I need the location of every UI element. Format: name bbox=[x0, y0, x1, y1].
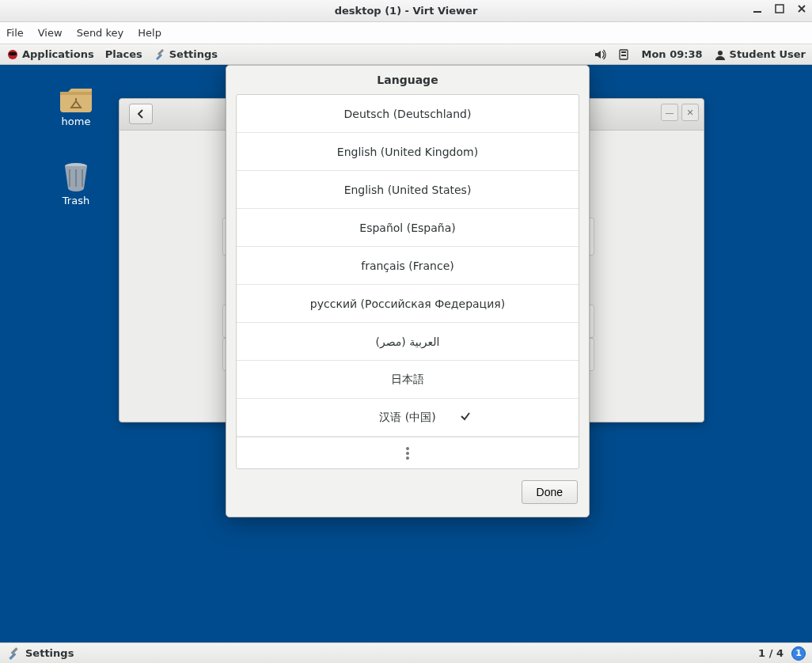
virt-viewer-title: desktop (1) - Virt Viewer bbox=[335, 5, 478, 17]
dialog-title: Language bbox=[226, 66, 589, 94]
applications-label: Applications bbox=[22, 48, 94, 60]
language-option-arabic[interactable]: العربية (مصر) bbox=[237, 323, 579, 361]
redhat-icon bbox=[6, 48, 19, 61]
desktop-icon-trash[interactable]: Trash bbox=[44, 160, 108, 206]
gnome-top-panel: Applications Places Settings Mon 09:38 S… bbox=[0, 44, 812, 65]
bg-window-close[interactable]: ✕ bbox=[681, 104, 699, 121]
language-option-english-us[interactable]: English (United States) bbox=[237, 171, 579, 209]
desktop-icon-home[interactable]: home bbox=[44, 81, 108, 127]
menu-view[interactable]: View bbox=[38, 27, 63, 39]
language-dialog: Language Deutsch (Deutschland) English (… bbox=[226, 65, 590, 517]
virt-viewer-titlebar: desktop (1) - Virt Viewer bbox=[0, 0, 812, 22]
desktop-icon-home-label: home bbox=[44, 116, 108, 127]
battery-indicator[interactable] bbox=[617, 48, 630, 61]
clock[interactable]: Mon 09:38 bbox=[641, 48, 702, 60]
language-option-deutsch[interactable]: Deutsch (Deutschland) bbox=[237, 95, 579, 133]
applications-menu[interactable]: Applications bbox=[6, 48, 94, 61]
virt-viewer-menubar: File View Send key Help bbox=[0, 22, 812, 44]
svg-rect-5 bbox=[621, 51, 626, 53]
user-label: Student User bbox=[730, 48, 806, 60]
tools-icon bbox=[154, 48, 166, 61]
user-menu[interactable]: Student User bbox=[714, 48, 806, 61]
taskbar-item-label: Settings bbox=[25, 647, 74, 659]
svg-rect-1 bbox=[776, 5, 784, 13]
check-icon bbox=[460, 411, 471, 424]
language-option-english-uk[interactable]: English (United Kingdom) bbox=[237, 133, 579, 171]
taskbar-item-settings[interactable]: Settings bbox=[6, 646, 74, 661]
language-option-japanese[interactable]: 日本語 bbox=[237, 361, 579, 399]
language-option-chinese[interactable]: 汉语 (中国) bbox=[237, 399, 579, 437]
done-button[interactable]: Done bbox=[522, 480, 578, 504]
back-button[interactable] bbox=[129, 104, 153, 124]
gnome-bottom-panel: Settings 1 / 4 1 bbox=[0, 642, 812, 663]
menu-sendkey[interactable]: Send key bbox=[77, 27, 124, 39]
trash-icon bbox=[57, 160, 95, 191]
window-close-button[interactable] bbox=[796, 3, 807, 14]
power-icon bbox=[714, 48, 727, 61]
workspace-indicator[interactable]: 1 bbox=[791, 646, 806, 661]
server-icon bbox=[617, 48, 630, 61]
clock-label: Mon 09:38 bbox=[641, 48, 702, 60]
language-option-francais[interactable]: français (France) bbox=[237, 247, 579, 285]
ellipsis-icon bbox=[406, 452, 409, 455]
tools-icon bbox=[6, 646, 21, 661]
language-option-russian[interactable]: русский (Российская Федерация) bbox=[237, 285, 579, 323]
language-list: Deutsch (Deutschland) English (United Ki… bbox=[236, 94, 579, 469]
chevron-left-icon bbox=[135, 108, 146, 119]
window-maximize-button[interactable] bbox=[774, 3, 785, 14]
volume-icon bbox=[594, 48, 606, 61]
settings-app-menu[interactable]: Settings bbox=[154, 48, 218, 61]
volume-indicator[interactable] bbox=[594, 48, 606, 61]
svg-point-7 bbox=[718, 51, 723, 55]
settings-app-label: Settings bbox=[169, 48, 218, 60]
desktop: home Trash — ✕ Language Deutsch (Deutsch… bbox=[0, 65, 812, 642]
folder-home-icon bbox=[57, 81, 95, 112]
language-option-espanol[interactable]: Español (España) bbox=[237, 209, 579, 247]
svg-rect-0 bbox=[753, 11, 761, 13]
svg-point-3 bbox=[9, 51, 17, 55]
window-minimize-button[interactable] bbox=[752, 3, 763, 14]
desktop-icon-trash-label: Trash bbox=[44, 195, 108, 206]
menu-help[interactable]: Help bbox=[138, 27, 161, 39]
svg-rect-6 bbox=[621, 55, 626, 56]
bg-window-minimize[interactable]: — bbox=[661, 104, 678, 121]
places-label: Places bbox=[105, 48, 142, 60]
more-languages-button[interactable] bbox=[237, 437, 579, 468]
places-menu[interactable]: Places bbox=[105, 48, 142, 60]
menu-file[interactable]: File bbox=[6, 27, 24, 39]
workspace-label[interactable]: 1 / 4 bbox=[758, 647, 784, 659]
